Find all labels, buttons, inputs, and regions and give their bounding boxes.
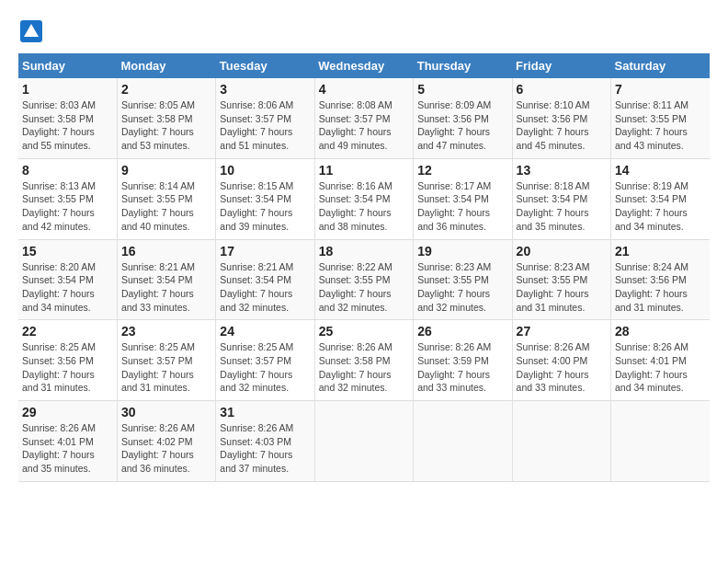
- day-info: Sunrise: 8:14 AM Sunset: 3:55 PM Dayligh…: [121, 179, 211, 234]
- week-row-3: 15Sunrise: 8:20 AM Sunset: 3:54 PM Dayli…: [18, 239, 710, 320]
- day-info: Sunrise: 8:16 AM Sunset: 3:54 PM Dayligh…: [319, 179, 409, 234]
- day-number: 11: [319, 163, 409, 178]
- day-number: 24: [220, 324, 310, 339]
- calendar-cell: 9Sunrise: 8:14 AM Sunset: 3:55 PM Daylig…: [117, 158, 215, 239]
- day-number: 14: [615, 163, 706, 178]
- calendar-cell: 24Sunrise: 8:25 AM Sunset: 3:57 PM Dayli…: [216, 320, 314, 401]
- day-number: 16: [121, 244, 211, 259]
- calendar-cell: 10Sunrise: 8:15 AM Sunset: 3:54 PM Dayli…: [216, 158, 314, 239]
- day-info: Sunrise: 8:26 AM Sunset: 4:01 PM Dayligh…: [615, 340, 706, 395]
- day-info: Sunrise: 8:17 AM Sunset: 3:54 PM Dayligh…: [417, 179, 507, 234]
- day-number: 25: [319, 324, 409, 339]
- day-info: Sunrise: 8:15 AM Sunset: 3:54 PM Dayligh…: [220, 179, 310, 234]
- day-info: Sunrise: 8:09 AM Sunset: 3:56 PM Dayligh…: [417, 98, 507, 153]
- calendar-table: SundayMondayTuesdayWednesdayThursdayFrid…: [18, 53, 710, 482]
- week-row-1: 1Sunrise: 8:03 AM Sunset: 3:58 PM Daylig…: [18, 78, 710, 158]
- day-number: 26: [417, 324, 507, 339]
- calendar-cell: 14Sunrise: 8:19 AM Sunset: 3:54 PM Dayli…: [611, 158, 710, 239]
- calendar-cell: [414, 401, 512, 482]
- day-info: Sunrise: 8:03 AM Sunset: 3:58 PM Dayligh…: [22, 98, 113, 153]
- day-info: Sunrise: 8:26 AM Sunset: 3:59 PM Dayligh…: [417, 340, 507, 395]
- day-info: Sunrise: 8:21 AM Sunset: 3:54 PM Dayligh…: [220, 260, 310, 315]
- day-number: 10: [220, 163, 310, 178]
- day-info: Sunrise: 8:23 AM Sunset: 3:55 PM Dayligh…: [517, 260, 607, 315]
- day-number: 21: [615, 244, 706, 259]
- calendar-cell: 19Sunrise: 8:23 AM Sunset: 3:55 PM Dayli…: [414, 239, 512, 320]
- calendar-cell: 7Sunrise: 8:11 AM Sunset: 3:55 PM Daylig…: [611, 78, 710, 158]
- day-number: 8: [22, 163, 113, 178]
- calendar-cell: 5Sunrise: 8:09 AM Sunset: 3:56 PM Daylig…: [414, 78, 512, 158]
- calendar-cell: 11Sunrise: 8:16 AM Sunset: 3:54 PM Dayli…: [314, 158, 413, 239]
- calendar-cell: 22Sunrise: 8:25 AM Sunset: 3:56 PM Dayli…: [18, 320, 117, 401]
- calendar-cell: 2Sunrise: 8:05 AM Sunset: 3:58 PM Daylig…: [117, 78, 215, 158]
- day-number: 9: [121, 163, 211, 178]
- day-info: Sunrise: 8:20 AM Sunset: 3:54 PM Dayligh…: [22, 260, 113, 315]
- day-info: Sunrise: 8:25 AM Sunset: 3:56 PM Dayligh…: [22, 340, 113, 395]
- col-header-monday: Monday: [117, 53, 215, 78]
- day-info: Sunrise: 8:10 AM Sunset: 3:56 PM Dayligh…: [517, 98, 607, 153]
- day-info: Sunrise: 8:26 AM Sunset: 4:03 PM Dayligh…: [220, 421, 310, 476]
- day-number: 3: [220, 82, 310, 97]
- col-header-tuesday: Tuesday: [216, 53, 314, 78]
- day-number: 23: [121, 324, 211, 339]
- logo-icon: [18, 18, 44, 44]
- calendar-cell: 8Sunrise: 8:13 AM Sunset: 3:55 PM Daylig…: [18, 158, 117, 239]
- week-row-5: 29Sunrise: 8:26 AM Sunset: 4:01 PM Dayli…: [18, 401, 710, 482]
- calendar-cell: 28Sunrise: 8:26 AM Sunset: 4:01 PM Dayli…: [611, 320, 710, 401]
- day-number: 6: [517, 82, 607, 97]
- calendar-cell: 16Sunrise: 8:21 AM Sunset: 3:54 PM Dayli…: [117, 239, 215, 320]
- day-number: 7: [615, 82, 706, 97]
- day-number: 15: [22, 244, 113, 259]
- day-info: Sunrise: 8:25 AM Sunset: 3:57 PM Dayligh…: [220, 340, 310, 395]
- day-info: Sunrise: 8:26 AM Sunset: 3:58 PM Dayligh…: [319, 340, 409, 395]
- calendar-cell: 17Sunrise: 8:21 AM Sunset: 3:54 PM Dayli…: [216, 239, 314, 320]
- calendar-cell: [314, 401, 413, 482]
- day-number: 17: [220, 244, 310, 259]
- calendar-cell: 20Sunrise: 8:23 AM Sunset: 3:55 PM Dayli…: [512, 239, 610, 320]
- calendar-cell: [512, 401, 610, 482]
- calendar-cell: 1Sunrise: 8:03 AM Sunset: 3:58 PM Daylig…: [18, 78, 117, 158]
- day-info: Sunrise: 8:11 AM Sunset: 3:55 PM Dayligh…: [615, 98, 706, 153]
- day-number: 2: [121, 82, 211, 97]
- day-number: 27: [517, 324, 607, 339]
- day-info: Sunrise: 8:21 AM Sunset: 3:54 PM Dayligh…: [121, 260, 211, 315]
- header: [18, 18, 710, 44]
- col-header-wednesday: Wednesday: [314, 53, 413, 78]
- day-number: 5: [417, 82, 507, 97]
- week-row-4: 22Sunrise: 8:25 AM Sunset: 3:56 PM Dayli…: [18, 320, 710, 401]
- day-info: Sunrise: 8:26 AM Sunset: 4:02 PM Dayligh…: [121, 421, 211, 476]
- calendar-cell: 31Sunrise: 8:26 AM Sunset: 4:03 PM Dayli…: [216, 401, 314, 482]
- day-number: 31: [220, 405, 310, 419]
- day-number: 20: [517, 244, 607, 259]
- day-number: 4: [319, 82, 409, 97]
- calendar-cell: 21Sunrise: 8:24 AM Sunset: 3:56 PM Dayli…: [611, 239, 710, 320]
- day-info: Sunrise: 8:06 AM Sunset: 3:57 PM Dayligh…: [220, 98, 310, 153]
- calendar-cell: 30Sunrise: 8:26 AM Sunset: 4:02 PM Dayli…: [117, 401, 215, 482]
- col-header-sunday: Sunday: [18, 53, 117, 78]
- day-number: 18: [319, 244, 409, 259]
- day-number: 19: [417, 244, 507, 259]
- calendar-cell: 18Sunrise: 8:22 AM Sunset: 3:55 PM Dayli…: [314, 239, 413, 320]
- day-number: 13: [517, 163, 607, 178]
- day-info: Sunrise: 8:18 AM Sunset: 3:54 PM Dayligh…: [517, 179, 607, 234]
- calendar-cell: 4Sunrise: 8:08 AM Sunset: 3:57 PM Daylig…: [314, 78, 413, 158]
- day-info: Sunrise: 8:26 AM Sunset: 4:01 PM Dayligh…: [22, 421, 113, 476]
- calendar-cell: 26Sunrise: 8:26 AM Sunset: 3:59 PM Dayli…: [414, 320, 512, 401]
- col-header-saturday: Saturday: [611, 53, 710, 78]
- day-info: Sunrise: 8:26 AM Sunset: 4:00 PM Dayligh…: [517, 340, 607, 395]
- calendar-cell: 25Sunrise: 8:26 AM Sunset: 3:58 PM Dayli…: [314, 320, 413, 401]
- day-info: Sunrise: 8:19 AM Sunset: 3:54 PM Dayligh…: [615, 179, 706, 234]
- col-header-friday: Friday: [512, 53, 610, 78]
- day-info: Sunrise: 8:13 AM Sunset: 3:55 PM Dayligh…: [22, 179, 113, 234]
- day-info: Sunrise: 8:24 AM Sunset: 3:56 PM Dayligh…: [615, 260, 706, 315]
- calendar-cell: 15Sunrise: 8:20 AM Sunset: 3:54 PM Dayli…: [18, 239, 117, 320]
- day-info: Sunrise: 8:05 AM Sunset: 3:58 PM Dayligh…: [121, 98, 211, 153]
- day-number: 1: [22, 82, 113, 97]
- calendar-cell: 6Sunrise: 8:10 AM Sunset: 3:56 PM Daylig…: [512, 78, 610, 158]
- col-header-thursday: Thursday: [414, 53, 512, 78]
- day-info: Sunrise: 8:23 AM Sunset: 3:55 PM Dayligh…: [417, 260, 507, 315]
- day-info: Sunrise: 8:25 AM Sunset: 3:57 PM Dayligh…: [121, 340, 211, 395]
- calendar-cell: 3Sunrise: 8:06 AM Sunset: 3:57 PM Daylig…: [216, 78, 314, 158]
- day-number: 30: [121, 405, 211, 419]
- calendar-cell: 12Sunrise: 8:17 AM Sunset: 3:54 PM Dayli…: [414, 158, 512, 239]
